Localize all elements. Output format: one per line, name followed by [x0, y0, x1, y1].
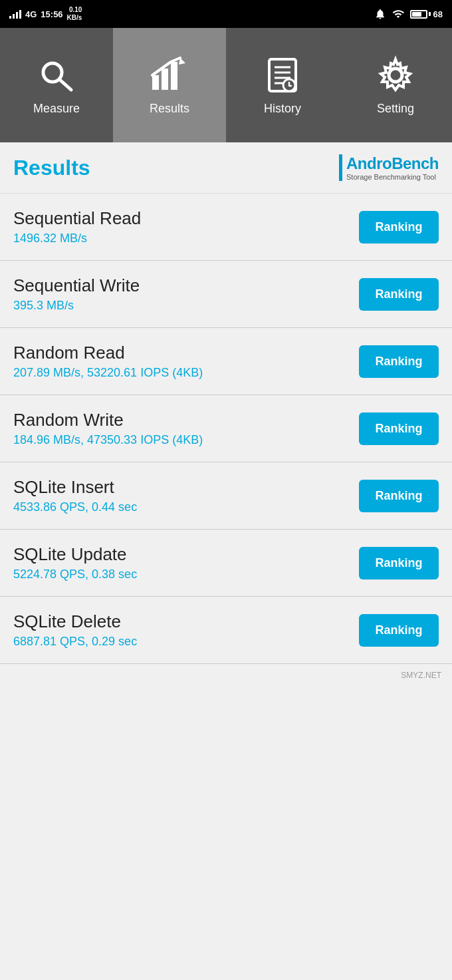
footer: SMYZ.NET	[0, 664, 452, 687]
results-icon	[150, 55, 189, 95]
measure-icon	[37, 55, 76, 95]
alarm-icon	[374, 8, 386, 20]
benchmark-value-5: 5224.78 QPS, 0.38 sec	[13, 568, 359, 581]
benchmark-name-0: Sequential Read	[13, 208, 359, 229]
benchmark-value-0: 1496.32 MB/s	[13, 232, 359, 245]
benchmark-name-3: Random Write	[13, 410, 359, 430]
setting-icon	[376, 55, 415, 95]
benchmark-row: Sequential Read1496.32 MB/sRanking	[0, 194, 452, 261]
status-bar: 4G 15:56 0.10 KB/s 68	[0, 0, 452, 28]
benchmark-row: SQLite Update5224.78 QPS, 0.38 secRankin…	[0, 530, 452, 597]
battery-icon: 68	[410, 9, 443, 19]
benchmark-value-4: 4533.86 QPS, 0.44 sec	[13, 500, 359, 514]
benchmark-row: Random Write184.96 MB/s, 47350.33 IOPS (…	[0, 395, 452, 462]
benchmark-info-3: Random Write184.96 MB/s, 47350.33 IOPS (…	[13, 410, 359, 447]
benchmark-value-3: 184.96 MB/s, 47350.33 IOPS (4KB)	[13, 433, 359, 447]
tab-measure[interactable]: Measure	[0, 28, 113, 142]
ranking-button-6[interactable]: Ranking	[359, 614, 439, 647]
signal-icon	[9, 9, 21, 19]
tab-history-label: History	[264, 102, 301, 116]
benchmark-value-1: 395.3 MB/s	[13, 299, 359, 313]
benchmark-info-5: SQLite Update5224.78 QPS, 0.38 sec	[13, 544, 359, 581]
ranking-button-2[interactable]: Ranking	[359, 345, 439, 378]
ranking-button-0[interactable]: Ranking	[359, 211, 439, 244]
ranking-button-1[interactable]: Ranking	[359, 278, 439, 311]
ranking-button-5[interactable]: Ranking	[359, 547, 439, 579]
history-icon	[263, 55, 302, 95]
benchmark-info-2: Random Read207.89 MB/s, 53220.61 IOPS (4…	[13, 343, 359, 380]
benchmark-name-5: SQLite Update	[13, 544, 359, 565]
nav-tabs: Measure Results	[0, 28, 452, 142]
footer-label: SMYZ.NET	[401, 671, 441, 680]
logo-subtitle: Storage Benchmarking Tool	[346, 173, 439, 181]
benchmark-name-4: SQLite Insert	[13, 477, 359, 498]
tab-measure-label: Measure	[33, 102, 80, 116]
benchmark-info-0: Sequential Read1496.32 MB/s	[13, 208, 359, 245]
benchmark-name-6: SQLite Delete	[13, 611, 359, 632]
benchmark-row: Sequential Write395.3 MB/sRanking	[0, 261, 452, 328]
ranking-button-3[interactable]: Ranking	[359, 412, 439, 445]
benchmark-value-6: 6887.81 QPS, 0.29 sec	[13, 635, 359, 649]
svg-rect-3	[162, 69, 168, 90]
results-header: Results AndroBench Storage Benchmarking …	[0, 142, 452, 194]
logo-andro: Andro	[346, 154, 392, 172]
data-speed: 0.10 KB/s	[67, 6, 82, 22]
status-right: 68	[374, 8, 443, 20]
benchmark-info-6: SQLite Delete6887.81 QPS, 0.29 sec	[13, 611, 359, 649]
time: 15:56	[41, 9, 62, 19]
tab-results[interactable]: Results	[113, 28, 226, 142]
benchmark-name-2: Random Read	[13, 343, 359, 363]
tab-setting-label: Setting	[377, 102, 414, 116]
tab-setting[interactable]: Setting	[339, 28, 452, 142]
androbench-logo: AndroBench Storage Benchmarking Tool	[339, 154, 439, 181]
benchmark-name-1: Sequential Write	[13, 275, 359, 296]
benchmark-value-2: 207.89 MB/s, 53220.61 IOPS (4KB)	[13, 366, 359, 380]
battery-percent: 68	[433, 9, 443, 19]
logo-bench: Bench	[392, 154, 439, 172]
logo-main: AndroBench	[346, 154, 439, 173]
main-content: Results AndroBench Storage Benchmarking …	[0, 142, 452, 980]
benchmark-list: Sequential Read1496.32 MB/sRankingSequen…	[0, 194, 452, 664]
svg-line-1	[59, 79, 71, 90]
tab-history[interactable]: History	[226, 28, 339, 142]
page-title: Results	[13, 156, 90, 180]
wifi-icon	[392, 8, 405, 20]
logo-bar	[339, 154, 342, 181]
ranking-button-4[interactable]: Ranking	[359, 480, 439, 512]
svg-rect-4	[171, 62, 177, 90]
benchmark-info-4: SQLite Insert4533.86 QPS, 0.44 sec	[13, 477, 359, 514]
status-left: 4G 15:56 0.10 KB/s	[9, 6, 82, 22]
tab-results-label: Results	[150, 102, 189, 116]
network-type: 4G	[25, 9, 37, 19]
benchmark-row: SQLite Delete6887.81 QPS, 0.29 secRankin…	[0, 597, 452, 664]
benchmark-row: SQLite Insert4533.86 QPS, 0.44 secRankin…	[0, 462, 452, 530]
svg-rect-2	[152, 75, 159, 90]
svg-point-12	[389, 69, 402, 82]
benchmark-row: Random Read207.89 MB/s, 53220.61 IOPS (4…	[0, 328, 452, 395]
benchmark-info-1: Sequential Write395.3 MB/s	[13, 275, 359, 313]
